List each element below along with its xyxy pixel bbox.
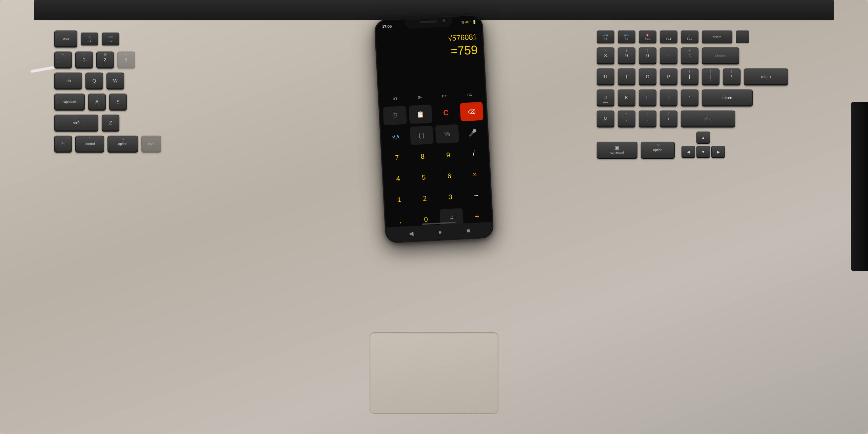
key-shift-left[interactable]: shift [54, 115, 98, 132]
calc-btn-7[interactable]: 7 [385, 148, 409, 167]
calc-btn-5[interactable]: 5 [412, 167, 436, 187]
key-p[interactable]: P [660, 68, 677, 85]
key-delete[interactable]: delete [702, 47, 739, 64]
key-com-partial[interactable]: com [141, 136, 161, 153]
mode-p1[interactable]: п1 [390, 94, 400, 103]
key-m[interactable]: M [597, 111, 614, 127]
key-command-right[interactable]: ⌘ command [597, 142, 637, 159]
key-return[interactable]: return [744, 68, 788, 85]
key-k[interactable]: K [618, 90, 635, 106]
nav-back-button[interactable]: ◀ [409, 230, 414, 238]
mode-ps[interactable]: пс [465, 91, 475, 99]
right-device-edge [851, 102, 868, 271]
key-option-left[interactable]: ⌥ option [107, 136, 138, 153]
key-quote[interactable]: "' [681, 90, 698, 106]
key-semicolon[interactable]: ": [660, 90, 677, 106]
key-0[interactable]: )0 [639, 47, 656, 64]
trackpad[interactable] [370, 332, 498, 414]
key-2[interactable]: @2 [96, 52, 114, 68]
calc-btn-8[interactable]: 8 [411, 146, 434, 166]
mode-pplus[interactable]: п+ [439, 92, 450, 100]
calc-btn-mic[interactable]: 🎤 [461, 123, 485, 142]
key-shift-right[interactable]: shift [681, 111, 735, 127]
nav-home-button[interactable]: ● [438, 229, 442, 236]
key-arrow-left[interactable]: ◀ [682, 146, 695, 158]
key-rbracket[interactable]: }] [702, 68, 719, 85]
key-f12[interactable]: +F12 [681, 31, 698, 43]
uiop-row: U I O P {[ }] |\ return [597, 68, 827, 85]
calc-btn-6[interactable]: 6 [437, 166, 461, 185]
key-8[interactable]: *8 [597, 47, 614, 64]
key-arrow-right[interactable]: ▶ [711, 146, 725, 158]
zxcv-row-left: shift Z [54, 115, 224, 132]
key-equals[interactable]: += [681, 47, 698, 64]
status-time: 17:06 [382, 24, 392, 28]
key-arrow-up[interactable]: ▲ [696, 132, 710, 144]
key-1[interactable]: !1 [75, 52, 93, 68]
calc-btn-percent[interactable]: % [435, 124, 459, 143]
bottom-row-right: ⌘ command ⌥ option ▲ ◀ ▼ ▶ [597, 132, 827, 159]
battery-icon: 🔋 [472, 20, 476, 24]
key-control[interactable]: ⌃ control [75, 136, 104, 153]
calc-btn-4[interactable]: 4 [386, 169, 410, 188]
calc-btn-divide[interactable]: / [462, 144, 486, 163]
key-f11[interactable]: −F11 [660, 31, 677, 43]
key-u[interactable]: U [597, 68, 614, 85]
key-f2[interactable]: ☀☀F2 [102, 33, 119, 45]
key-9[interactable]: (9 [618, 47, 635, 64]
key-f8[interactable]: ⏮⏮F8 [597, 31, 614, 43]
calc-btn-parens[interactable]: ( ) [410, 125, 433, 145]
calc-btn-history[interactable]: ⏱ [383, 106, 407, 125]
key-lbracket[interactable]: {[ [681, 68, 698, 85]
calc-btn-multiply[interactable]: × [463, 165, 487, 184]
calc-btn-9[interactable]: 9 [436, 145, 460, 164]
key-a[interactable]: A [88, 94, 106, 111]
calc-button-grid: ⏱ 📋 C ⌫ √∧ ( ) % 🎤 7 8 9 / 4 5 6 × [383, 102, 489, 230]
key-option-right[interactable]: ⌥ option [641, 142, 675, 159]
key-f10[interactable]: 🔇F10 [639, 31, 656, 43]
key-fn[interactable]: fn [54, 136, 72, 153]
calc-btn-2[interactable]: 2 [413, 189, 437, 208]
key-o[interactable]: O [639, 68, 656, 85]
calc-btn-3[interactable]: 3 [438, 187, 462, 206]
calc-btn-backspace[interactable]: ⌫ [460, 102, 484, 121]
key-i[interactable]: I [618, 68, 635, 85]
key-q[interactable]: Q [85, 73, 103, 90]
nav-recent-button[interactable]: ■ [466, 227, 470, 234]
key-power[interactable] [736, 31, 749, 43]
key-caps[interactable]: caps lock [54, 94, 85, 111]
keyboard-left: esc ☀F1 ☀☀F2 ~` !1 @2 #3 tab Q W caps lo… [54, 31, 224, 157]
calc-btn-subtract[interactable]: − [464, 186, 488, 205]
signal-bars: ||| [461, 21, 464, 24]
calc-btn-clear[interactable]: C [434, 103, 458, 122]
number-row-right: *8 (9 )0 _- += delete [597, 47, 827, 64]
key-l[interactable]: L [639, 90, 656, 106]
calculator-buttons: п1 п- п+ пс ⏱ 📋 C ⌫ √∧ ( ) % 🎤 7 8 [379, 90, 492, 231]
key-delete-fn[interactable]: delete [702, 31, 732, 43]
key-z[interactable]: Z [102, 115, 119, 132]
asdf-row-left: caps lock A S [54, 94, 224, 111]
key-return2[interactable]: return [702, 90, 753, 106]
key-slash[interactable]: ?/ [660, 111, 677, 127]
m-row: M <, >. ?/ shift [597, 111, 827, 127]
key-backtick[interactable]: ~` [54, 52, 72, 68]
key-comma[interactable]: <, [618, 111, 635, 127]
key-s[interactable]: S [109, 94, 127, 111]
calc-btn-1[interactable]: 1 [387, 190, 411, 209]
key-w[interactable]: W [106, 73, 124, 90]
key-backslash[interactable]: |\ [723, 68, 741, 85]
calc-btn-clipboard[interactable]: 📋 [409, 104, 432, 124]
key-esc[interactable]: esc [54, 31, 77, 47]
key-minus[interactable]: _- [660, 47, 677, 64]
key-f9[interactable]: ⏭⏭F9 [618, 31, 635, 43]
keyboard-right: ⏮⏮F8 ⏭⏭F9 🔇F10 −F11 +F12 delete *8 (9 )0… [597, 31, 827, 163]
calc-btn-sqrt[interactable]: √∧ [384, 127, 408, 146]
key-j[interactable]: J [597, 90, 614, 106]
key-arrow-down[interactable]: ▼ [696, 146, 710, 158]
fn-row-left: esc ☀F1 ☀☀F2 [54, 31, 224, 47]
key-3[interactable]: #3 [117, 52, 135, 68]
key-f1[interactable]: ☀F1 [81, 33, 98, 45]
key-tab[interactable]: tab [54, 73, 82, 90]
key-period[interactable]: >. [639, 111, 656, 127]
mode-pminus[interactable]: п- [415, 93, 425, 101]
